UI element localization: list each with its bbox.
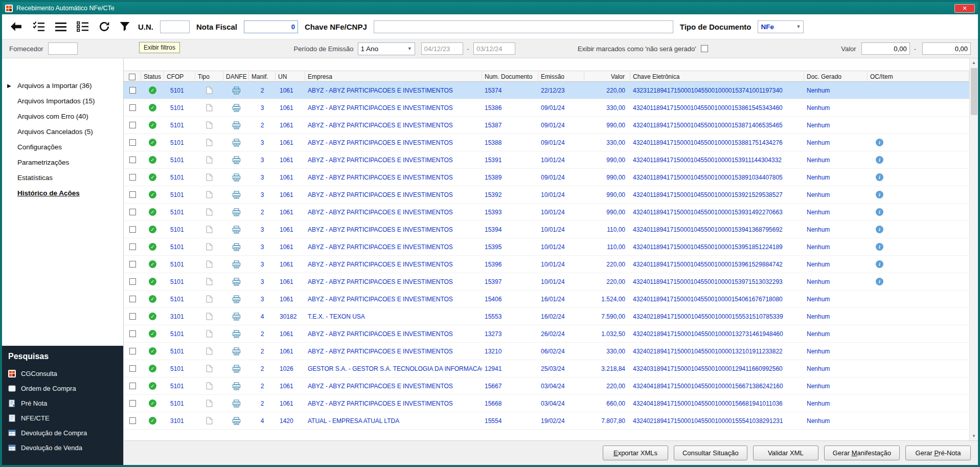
close-button[interactable]: ✕ [954, 4, 975, 13]
row-checkbox[interactable] [129, 348, 136, 354]
column-header[interactable]: Status [141, 71, 164, 82]
validar-xml-button[interactable]: Validar XML [753, 446, 818, 460]
row-checkbox[interactable] [129, 330, 136, 337]
print-danfe-icon[interactable] [232, 139, 241, 147]
print-danfe-icon[interactable] [232, 243, 241, 251]
tipo-documento-select[interactable]: NFe ▼ [758, 20, 804, 33]
table-row[interactable]: ✓ 5101 3 1061 ABYZ - ABYZ PARTICIPACOES … [124, 99, 969, 117]
print-danfe-icon[interactable] [232, 330, 241, 338]
row-checkbox[interactable] [129, 417, 136, 424]
row-checkbox[interactable] [129, 313, 136, 320]
table-row[interactable]: ✓ 5101 3 1061 ABYZ - ABYZ PARTICIPACOES … [124, 221, 969, 238]
info-icon[interactable]: i [876, 260, 883, 268]
sidebar-item-configuracoes[interactable]: ▶ Configurações [2, 139, 123, 154]
column-header[interactable]: OC/Item [868, 71, 969, 82]
table-row[interactable]: ✓ 3101 4 1420 ATUAL - EMPRESA ATUAL LTDA… [124, 412, 969, 430]
pesquisas-item-cgconsulta[interactable]: CGConsulta [8, 366, 117, 381]
valor-from-input[interactable] [861, 42, 910, 55]
consultar-situacao-button[interactable]: Consultar Situação [674, 446, 747, 460]
row-checkbox[interactable] [129, 243, 136, 250]
date-from-input[interactable] [421, 42, 463, 55]
table-row[interactable]: ✓ 5101 2 1061 ABYZ - ABYZ PARTICIPACOES … [124, 343, 969, 360]
print-danfe-icon[interactable] [232, 365, 241, 373]
info-icon[interactable]: i [876, 226, 883, 233]
table-row[interactable]: ✓ 5101 3 1061 ABYZ - ABYZ PARTICIPACOES … [124, 273, 969, 291]
row-checkbox[interactable] [129, 226, 136, 233]
gerar-manifestacao-button[interactable]: Gerar Manifestação [824, 446, 900, 460]
print-danfe-icon[interactable] [232, 86, 241, 95]
info-icon[interactable]: i [876, 243, 883, 251]
print-danfe-icon[interactable] [232, 417, 241, 425]
row-checkbox[interactable] [129, 261, 136, 268]
info-icon[interactable]: i [876, 139, 883, 146]
row-checkbox[interactable] [129, 157, 136, 163]
table-row[interactable]: ✓ 5101 3 1061 ABYZ - ABYZ PARTICIPACOES … [124, 291, 969, 308]
info-icon[interactable]: i [876, 156, 883, 164]
table-row[interactable]: ✓ 5101 3 1061 ABYZ - ABYZ PARTICIPACOES … [124, 134, 969, 151]
column-header[interactable]: DANFE [223, 71, 249, 82]
sidebar-item-estatisticas[interactable]: ▶ Estatísticas [2, 170, 123, 185]
column-header[interactable]: Doc. Gerado [804, 71, 868, 82]
info-icon[interactable]: i [876, 173, 883, 181]
row-checkbox[interactable] [129, 365, 136, 372]
row-checkbox[interactable] [129, 296, 136, 302]
table-row[interactable]: ✓ 5101 2 1061 ABYZ - ABYZ PARTICIPACOES … [124, 377, 969, 395]
print-danfe-icon[interactable] [232, 208, 241, 216]
scroll-up-arrow-icon[interactable]: ▲ [970, 58, 978, 67]
row-checkbox[interactable] [129, 191, 136, 198]
row-checkbox[interactable] [129, 174, 136, 181]
pesquisas-item-ordem-de-compra[interactable]: Ordem de Compra [8, 381, 117, 396]
table-row[interactable]: ✓ 5101 2 1061 ABYZ - ABYZ PARTICIPACOES … [124, 117, 969, 134]
print-danfe-icon[interactable] [232, 260, 241, 269]
checklist-button[interactable] [31, 20, 47, 33]
row-checkbox[interactable] [129, 104, 136, 111]
info-icon[interactable]: i [876, 278, 883, 285]
table-row[interactable]: ✓ 5101 3 1061 ABYZ - ABYZ PARTICIPACOES … [124, 186, 969, 204]
exportar-xmls-button[interactable]: Exportar XMLs [603, 446, 668, 460]
back-button[interactable] [8, 20, 25, 33]
sidebar-item-arquivos-importados[interactable]: ▶ Arquivos Importados (15) [2, 93, 123, 108]
list-options-button[interactable] [75, 20, 90, 33]
vertical-scrollbar[interactable]: ▲ ▼ [969, 58, 978, 440]
column-header[interactable]: Empresa [305, 71, 482, 82]
column-header[interactable]: CFOP [164, 71, 195, 82]
filter-button[interactable] [118, 20, 131, 33]
print-danfe-icon[interactable] [232, 104, 241, 112]
table-row[interactable]: ✓ 5101 2 1026 GESTOR S.A. - GESTOR S.A. … [124, 360, 969, 377]
print-danfe-icon[interactable] [232, 278, 241, 286]
row-checkbox[interactable] [129, 87, 136, 94]
print-danfe-icon[interactable] [232, 226, 241, 234]
print-danfe-icon[interactable] [232, 399, 241, 408]
chave-nfe-cnpj-input[interactable] [374, 20, 673, 33]
column-header[interactable]: Valor [584, 71, 630, 82]
pesquisas-item-pre-nota[interactable]: Pré Nota [8, 396, 117, 411]
sidebar-item-arquivos-a-importar[interactable]: ▶ Arquivos a Importar (36) [2, 78, 123, 93]
scrollbar-thumb[interactable] [971, 68, 977, 115]
row-checkbox[interactable] [129, 400, 136, 407]
table-row[interactable]: ✓ 3101 4 30182 T.E.X. - TEXON USA 15553 … [124, 308, 969, 325]
table-row[interactable]: ✓ 5101 2 1061 ABYZ - ABYZ PARTICIPACOES … [124, 325, 969, 343]
pesquisas-item-devolucao-de-venda[interactable]: Devolução de Venda [8, 440, 117, 455]
menu-lines-button[interactable] [53, 20, 69, 33]
periodo-emissao-select[interactable]: 1 Ano ▼ [358, 42, 415, 55]
print-danfe-icon[interactable] [232, 347, 241, 355]
gerar-pre-nota-button[interactable]: Gerar Pré-Nota [905, 446, 971, 460]
refresh-button[interactable] [97, 20, 111, 33]
print-danfe-icon[interactable] [232, 313, 241, 321]
select-all-checkbox[interactable] [129, 74, 135, 80]
row-checkbox[interactable] [129, 278, 136, 285]
info-icon[interactable]: i [876, 208, 883, 216]
pesquisas-item-nfe-cte[interactable]: NFE/CTE [8, 411, 117, 426]
table-row[interactable]: ✓ 5101 3 1061 ABYZ - ABYZ PARTICIPACOES … [124, 256, 969, 273]
column-header[interactable]: Chave Eletrônica [630, 71, 804, 82]
nao-sera-gerado-checkbox[interactable] [701, 45, 708, 52]
scroll-down-arrow-icon[interactable]: ▼ [970, 432, 978, 440]
table-row[interactable]: ✓ 5101 3 1061 ABYZ - ABYZ PARTICIPACOES … [124, 151, 969, 169]
row-checkbox[interactable] [129, 383, 136, 389]
sidebar-item-historico-de-acoes[interactable]: ▶ Histórico de Ações [2, 185, 123, 201]
print-danfe-icon[interactable] [232, 121, 241, 129]
print-danfe-icon[interactable] [232, 295, 241, 303]
row-checkbox[interactable] [129, 122, 136, 128]
nota-fiscal-input[interactable] [244, 20, 298, 33]
table-row[interactable]: ✓ 5101 2 1061 ABYZ - ABYZ PARTICIPACOES … [124, 395, 969, 412]
